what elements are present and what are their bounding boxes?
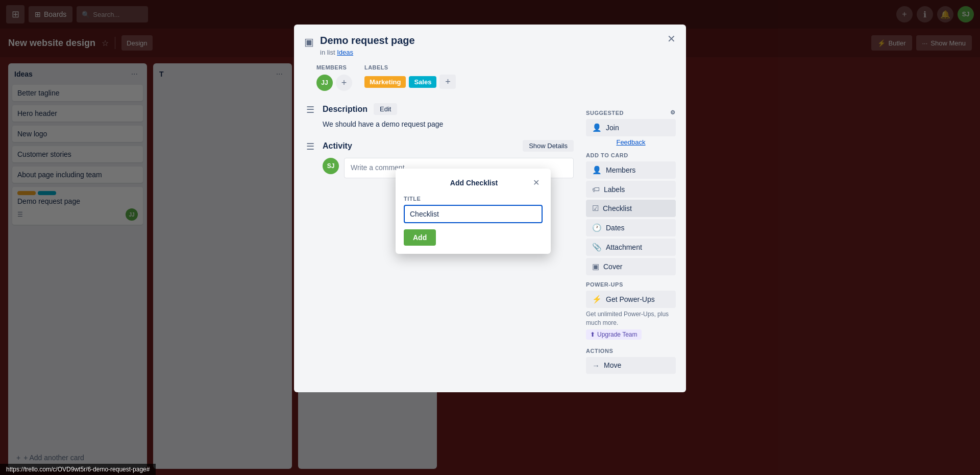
description-header: Description Edit [323, 103, 574, 115]
labels-section: LABELS Marketing Sales + [364, 64, 456, 91]
move-btn-label: Move [604, 361, 621, 369]
checklist-icon: ☑ [592, 204, 599, 213]
feedback-link[interactable]: Feedback [586, 138, 676, 146]
popup-close-button[interactable]: ✕ [530, 177, 543, 188]
meta-row: MEMBERS JJ + LABELS Marketing Sales [294, 60, 686, 99]
members-icon: 👤 [592, 165, 602, 175]
description-title: Description [323, 105, 368, 114]
labels-icon: 🏷 [592, 185, 600, 194]
activity-title: Activity [323, 141, 352, 151]
checklist-btn-label: Checklist [603, 204, 632, 212]
description-text: We should have a demo request page [323, 119, 574, 130]
add-member-button[interactable]: + [336, 75, 352, 91]
add-label-button[interactable]: + [439, 75, 456, 89]
popup-field-label: Title [404, 196, 543, 202]
get-power-ups-label: Get Power-Ups [606, 295, 655, 303]
popup-title: Add Checklist [418, 179, 530, 187]
members-label: MEMBERS [316, 64, 352, 70]
card-type-icon: ▣ [304, 36, 314, 48]
power-ups-label: POWER-UPS [586, 281, 676, 288]
get-power-ups-button[interactable]: ⚡ Get Power-Ups [586, 291, 676, 308]
activity-header-row: Activity Show Details [323, 140, 574, 152]
description-icon: ☰ [304, 104, 316, 115]
popup-add-button[interactable]: Add [404, 229, 436, 246]
modal-subtitle: in list Ideas [320, 49, 674, 56]
dates-btn-label: Dates [606, 224, 625, 232]
cover-button[interactable]: ▣ Cover [586, 258, 676, 275]
gear-icon[interactable]: ⚙ [670, 109, 676, 116]
activity-avatar: SJ [323, 158, 339, 174]
power-ups-desc: Get unlimited Power-Ups, plus much more. [586, 310, 676, 327]
url-text: https://trello.com/c/OVD9wt5r/6-demo-req… [6, 466, 150, 473]
members-section: MEMBERS JJ + [316, 64, 352, 91]
attachment-icon: 📎 [592, 243, 602, 252]
person-icon: 👤 [592, 123, 602, 132]
actions-label: ACTIONS [586, 348, 676, 354]
labels-items: Marketing Sales + [364, 75, 456, 89]
modal-title: Demo request page [320, 35, 674, 46]
members-button[interactable]: 👤 Members [586, 161, 676, 179]
join-button[interactable]: 👤 Join [586, 119, 676, 136]
move-button[interactable]: → Move [586, 357, 676, 374]
members-items: JJ + [316, 75, 352, 91]
checklist-button[interactable]: ☑ Checklist [586, 200, 676, 217]
cover-icon: ▣ [592, 262, 599, 271]
label-sales[interactable]: Sales [409, 76, 436, 88]
dates-icon: 🕐 [592, 223, 602, 232]
upgrade-pill[interactable]: ⬆ Upgrade Team [586, 329, 642, 340]
description-section: ☰ Description Edit We should have a demo… [304, 103, 574, 130]
checklist-title-input[interactable] [404, 205, 543, 223]
dates-button[interactable]: 🕐 Dates [586, 219, 676, 236]
join-label: Join [606, 124, 619, 132]
labels-label: LABELS [364, 64, 456, 70]
members-btn-label: Members [606, 166, 635, 174]
labels-btn-label: Labels [604, 185, 625, 194]
upgrade-label: Upgrade Team [597, 331, 638, 338]
edit-description-button[interactable]: Edit [374, 103, 397, 115]
modal-header: ▣ Demo request page in list Ideas [294, 25, 686, 60]
move-icon: → [592, 361, 600, 370]
modal-header-content: Demo request page in list Ideas [320, 35, 674, 56]
attachment-btn-label: Attachment [606, 243, 642, 251]
activity-icon: ☰ [304, 141, 316, 152]
add-checklist-popup: Add Checklist ✕ Title Add [396, 169, 551, 254]
show-details-button[interactable]: Show Details [523, 140, 574, 152]
labels-button[interactable]: 🏷 Labels [586, 181, 676, 198]
close-icon: ✕ [667, 33, 676, 44]
add-to-card-label: ADD TO CARD [586, 152, 676, 158]
popup-header: Add Checklist ✕ [404, 177, 543, 188]
modal-close-button[interactable]: ✕ [663, 31, 680, 47]
modal-sidebar: SUGGESTED ⚙ 👤 Join Feedback ADD TO CARD … [580, 99, 682, 380]
description-content: Description Edit We should have a demo r… [323, 103, 574, 130]
member-avatar-jj[interactable]: JJ [316, 75, 333, 91]
modal-list-link[interactable]: Ideas [337, 49, 353, 56]
cover-btn-label: Cover [603, 263, 622, 271]
attachment-button[interactable]: 📎 Attachment [586, 239, 676, 256]
modal-overlay[interactable]: ✕ ▣ Demo request page in list Ideas MEMB… [0, 0, 980, 475]
label-marketing[interactable]: Marketing [364, 76, 406, 88]
url-bar: https://trello.com/c/OVD9wt5r/6-demo-req… [0, 464, 156, 475]
suggested-label: SUGGESTED ⚙ [586, 109, 676, 116]
upgrade-icon: ⬆ [590, 331, 595, 338]
power-ups-icon: ⚡ [592, 295, 602, 304]
